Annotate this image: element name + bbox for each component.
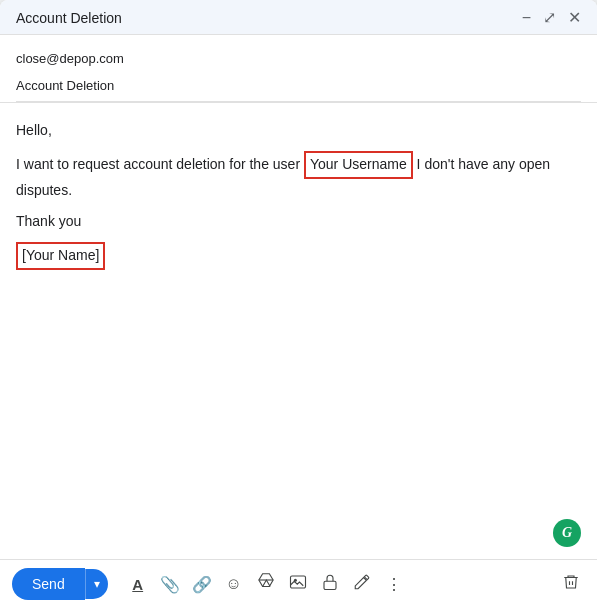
body-line: I want to request account deletion for t… (16, 151, 581, 203)
window-controls: − ⤢ ✕ (522, 10, 581, 26)
formatting-button[interactable]: A (124, 570, 152, 598)
pen-button[interactable] (348, 570, 376, 598)
title-bar: Account Deletion − ⤢ ✕ (0, 0, 597, 35)
grammarly-button[interactable]: G (553, 519, 581, 547)
drive-button[interactable] (252, 570, 280, 598)
email-meta: close@depop.com Account Deletion (0, 35, 597, 103)
lock-icon (321, 573, 339, 595)
close-button[interactable]: ✕ (568, 10, 581, 26)
body-area: Hello, I want to request account deletio… (0, 103, 597, 559)
drive-icon (257, 573, 275, 595)
emoji-button[interactable]: ☺ (220, 570, 248, 598)
sign-off: Thank you (16, 210, 581, 234)
minimize-button[interactable]: − (522, 10, 531, 26)
username-placeholder[interactable]: Your Username (304, 151, 413, 179)
link-icon: 🔗 (192, 575, 212, 594)
to-address: close@depop.com (16, 51, 124, 66)
send-group: Send ▾ (12, 568, 108, 600)
attach-icon: 📎 (160, 575, 180, 594)
subject-field[interactable]: Account Deletion (16, 72, 581, 102)
email-body[interactable]: Hello, I want to request account deletio… (0, 103, 597, 286)
lock-button[interactable] (316, 570, 344, 598)
greeting: Hello, (16, 119, 581, 143)
photo-icon (289, 573, 307, 595)
name-placeholder[interactable]: [Your Name] (16, 242, 105, 270)
delete-icon (562, 573, 580, 596)
send-button[interactable]: Send (12, 568, 85, 600)
to-field[interactable]: close@depop.com (16, 45, 581, 72)
expand-button[interactable]: ⤢ (543, 10, 556, 26)
link-button[interactable]: 🔗 (188, 570, 216, 598)
pen-icon (353, 573, 371, 595)
compose-toolbar: Send ▾ A 📎 🔗 ☺ (0, 559, 597, 608)
send-dropdown-button[interactable]: ▾ (85, 569, 108, 599)
attach-button[interactable]: 📎 (156, 570, 184, 598)
body-before: I want to request account deletion for t… (16, 156, 300, 172)
svg-rect-2 (324, 581, 336, 589)
delete-button[interactable] (557, 570, 585, 598)
formatting-icon: A (132, 576, 143, 593)
name-line: [Your Name] (16, 242, 581, 270)
photo-button[interactable] (284, 570, 312, 598)
compose-window: Account Deletion − ⤢ ✕ close@depop.com A… (0, 0, 597, 608)
more-button[interactable]: ⋮ (380, 570, 408, 598)
subject-text: Account Deletion (16, 78, 114, 93)
grammarly-icon: G (562, 525, 572, 541)
window-title: Account Deletion (16, 10, 122, 26)
more-icon: ⋮ (386, 575, 402, 594)
emoji-icon: ☺ (226, 575, 242, 593)
